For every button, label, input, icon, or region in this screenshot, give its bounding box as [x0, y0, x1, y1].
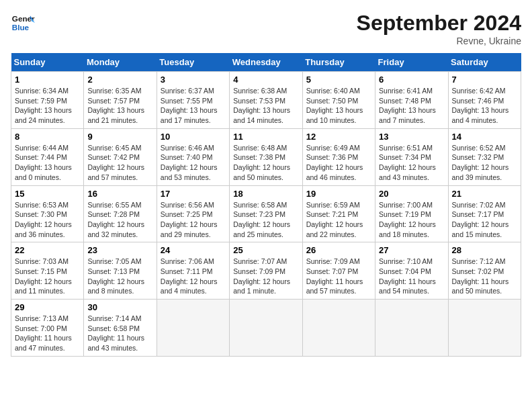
day-number: 25: [233, 245, 298, 255]
header-thursday: Thursday: [302, 53, 375, 72]
table-row: 20Sunrise: 7:00 AMSunset: 7:19 PMDayligh…: [375, 185, 448, 242]
calendar-table: Sunday Monday Tuesday Wednesday Thursday…: [11, 53, 521, 357]
table-row: 11Sunrise: 6:48 AMSunset: 7:38 PMDayligh…: [230, 128, 302, 185]
day-info: Sunrise: 6:40 AMSunset: 7:50 PMDaylight:…: [306, 86, 371, 126]
location-subtitle: Revne, Ukraine: [357, 36, 521, 46]
day-number: 26: [306, 245, 371, 255]
day-number: 11: [233, 132, 298, 142]
day-info: Sunrise: 6:53 AMSunset: 7:30 PMDaylight:…: [15, 200, 80, 240]
day-number: 16: [87, 189, 152, 199]
day-number: 20: [379, 189, 444, 199]
day-number: 17: [161, 189, 226, 199]
table-row: [448, 300, 521, 357]
table-row: 10Sunrise: 6:46 AMSunset: 7:40 PMDayligh…: [157, 128, 229, 185]
header-sunday: Sunday: [11, 53, 84, 72]
day-number: 14: [452, 132, 517, 142]
table-row: 26Sunrise: 7:09 AMSunset: 7:07 PMDayligh…: [302, 242, 375, 300]
table-row: 1Sunrise: 6:34 AMSunset: 7:59 PMDaylight…: [11, 72, 84, 129]
day-info: Sunrise: 6:48 AMSunset: 7:38 PMDaylight:…: [233, 143, 298, 183]
table-row: 9Sunrise: 6:45 AMSunset: 7:42 PMDaylight…: [84, 128, 157, 185]
table-row: 16Sunrise: 6:55 AMSunset: 7:28 PMDayligh…: [84, 185, 157, 242]
header-wednesday: Wednesday: [230, 53, 302, 72]
logo-icon: General Blue: [11, 11, 35, 35]
day-number: 28: [452, 245, 517, 255]
table-row: 8Sunrise: 6:44 AMSunset: 7:44 PMDaylight…: [11, 128, 84, 185]
table-row: 15Sunrise: 6:53 AMSunset: 7:30 PMDayligh…: [11, 185, 84, 242]
day-info: Sunrise: 7:05 AMSunset: 7:13 PMDaylight:…: [87, 257, 152, 296]
header-saturday: Saturday: [448, 53, 521, 72]
table-row: 28Sunrise: 7:12 AMSunset: 7:02 PMDayligh…: [448, 242, 521, 300]
day-info: Sunrise: 7:06 AMSunset: 7:11 PMDaylight:…: [161, 257, 226, 296]
day-info: Sunrise: 7:10 AMSunset: 7:04 PMDaylight:…: [379, 257, 444, 296]
month-title: September 2024: [357, 11, 521, 36]
table-row: 13Sunrise: 6:51 AMSunset: 7:34 PMDayligh…: [375, 128, 448, 185]
day-info: Sunrise: 6:45 AMSunset: 7:42 PMDaylight:…: [87, 143, 152, 183]
day-number: 27: [379, 245, 444, 255]
table-row: [157, 300, 229, 357]
day-number: 1: [15, 75, 80, 85]
table-row: 30Sunrise: 7:14 AMSunset: 6:58 PMDayligh…: [84, 300, 157, 357]
table-row: 2Sunrise: 6:35 AMSunset: 7:57 PMDaylight…: [84, 72, 157, 129]
header-tuesday: Tuesday: [157, 53, 229, 72]
table-row: 24Sunrise: 7:06 AMSunset: 7:11 PMDayligh…: [157, 242, 229, 300]
day-info: Sunrise: 6:38 AMSunset: 7:53 PMDaylight:…: [233, 86, 298, 126]
logo: General Blue: [11, 11, 35, 35]
day-number: 5: [306, 75, 371, 85]
table-row: 17Sunrise: 6:56 AMSunset: 7:25 PMDayligh…: [157, 185, 229, 242]
day-info: Sunrise: 7:09 AMSunset: 7:07 PMDaylight:…: [306, 257, 371, 296]
day-info: Sunrise: 6:52 AMSunset: 7:32 PMDaylight:…: [452, 143, 517, 183]
day-info: Sunrise: 6:44 AMSunset: 7:44 PMDaylight:…: [15, 143, 80, 183]
day-number: 7: [452, 75, 517, 85]
table-row: 5Sunrise: 6:40 AMSunset: 7:50 PMDaylight…: [302, 72, 375, 129]
day-info: Sunrise: 6:35 AMSunset: 7:57 PMDaylight:…: [87, 86, 152, 126]
calendar-week-row: 29Sunrise: 7:13 AMSunset: 7:00 PMDayligh…: [11, 300, 521, 357]
day-info: Sunrise: 7:03 AMSunset: 7:15 PMDaylight:…: [15, 257, 80, 296]
day-number: 4: [233, 75, 298, 85]
day-info: Sunrise: 7:07 AMSunset: 7:09 PMDaylight:…: [233, 257, 298, 296]
calendar-week-row: 1Sunrise: 6:34 AMSunset: 7:59 PMDaylight…: [11, 72, 521, 129]
day-info: Sunrise: 7:14 AMSunset: 6:58 PMDaylight:…: [87, 314, 152, 353]
day-number: 12: [306, 132, 371, 142]
day-number: 21: [452, 189, 517, 199]
calendar-week-row: 15Sunrise: 6:53 AMSunset: 7:30 PMDayligh…: [11, 185, 521, 242]
table-row: 21Sunrise: 7:02 AMSunset: 7:17 PMDayligh…: [448, 185, 521, 242]
table-row: 22Sunrise: 7:03 AMSunset: 7:15 PMDayligh…: [11, 242, 84, 300]
day-info: Sunrise: 7:00 AMSunset: 7:19 PMDaylight:…: [379, 200, 444, 240]
day-number: 22: [15, 245, 80, 255]
day-number: 19: [306, 189, 371, 199]
day-number: 29: [15, 302, 80, 312]
day-number: 30: [87, 302, 152, 312]
table-row: 7Sunrise: 6:42 AMSunset: 7:46 PMDaylight…: [448, 72, 521, 129]
day-info: Sunrise: 6:55 AMSunset: 7:28 PMDaylight:…: [87, 200, 152, 240]
table-row: 23Sunrise: 7:05 AMSunset: 7:13 PMDayligh…: [84, 242, 157, 300]
table-row: 19Sunrise: 6:59 AMSunset: 7:21 PMDayligh…: [302, 185, 375, 242]
title-area: September 2024 Revne, Ukraine: [357, 11, 521, 46]
table-row: 27Sunrise: 7:10 AMSunset: 7:04 PMDayligh…: [375, 242, 448, 300]
table-row: 14Sunrise: 6:52 AMSunset: 7:32 PMDayligh…: [448, 128, 521, 185]
day-info: Sunrise: 7:12 AMSunset: 7:02 PMDaylight:…: [452, 257, 517, 296]
day-number: 9: [87, 132, 152, 142]
day-number: 18: [233, 189, 298, 199]
svg-text:Blue: Blue: [12, 23, 30, 32]
table-row: [230, 300, 302, 357]
day-number: 6: [379, 75, 444, 85]
calendar-week-row: 8Sunrise: 6:44 AMSunset: 7:44 PMDaylight…: [11, 128, 521, 185]
day-number: 8: [15, 132, 80, 142]
table-row: 6Sunrise: 6:41 AMSunset: 7:48 PMDaylight…: [375, 72, 448, 129]
table-row: 18Sunrise: 6:58 AMSunset: 7:23 PMDayligh…: [230, 185, 302, 242]
day-number: 3: [161, 75, 226, 85]
day-number: 15: [15, 189, 80, 199]
day-info: Sunrise: 6:41 AMSunset: 7:48 PMDaylight:…: [379, 86, 444, 126]
day-number: 2: [87, 75, 152, 85]
day-info: Sunrise: 6:46 AMSunset: 7:40 PMDaylight:…: [161, 143, 226, 183]
day-info: Sunrise: 6:51 AMSunset: 7:34 PMDaylight:…: [379, 143, 444, 183]
header-friday: Friday: [375, 53, 448, 72]
table-row: 12Sunrise: 6:49 AMSunset: 7:36 PMDayligh…: [302, 128, 375, 185]
day-info: Sunrise: 6:59 AMSunset: 7:21 PMDaylight:…: [306, 200, 371, 240]
header: General Blue September 2024 Revne, Ukrai…: [11, 11, 521, 46]
day-info: Sunrise: 6:37 AMSunset: 7:55 PMDaylight:…: [161, 86, 226, 126]
day-info: Sunrise: 6:58 AMSunset: 7:23 PMDaylight:…: [233, 200, 298, 240]
table-row: 25Sunrise: 7:07 AMSunset: 7:09 PMDayligh…: [230, 242, 302, 300]
day-number: 23: [87, 245, 152, 255]
day-info: Sunrise: 7:02 AMSunset: 7:17 PMDaylight:…: [452, 200, 517, 240]
